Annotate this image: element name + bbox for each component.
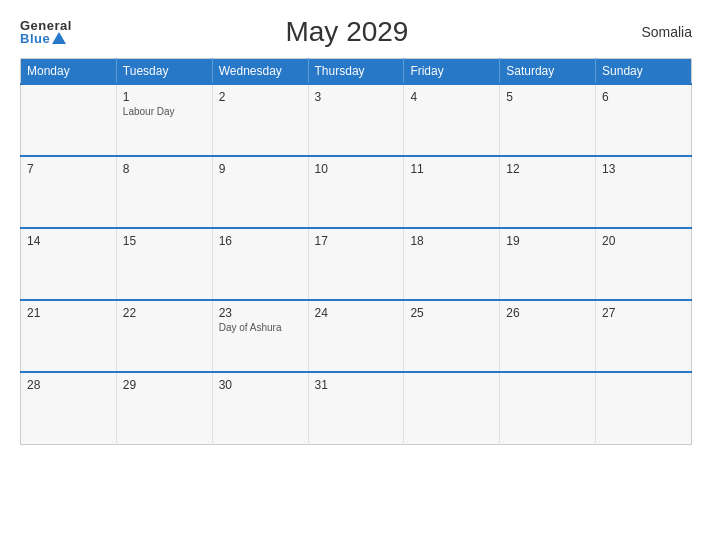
holiday-label: Labour Day <box>123 106 206 117</box>
col-thursday: Thursday <box>308 59 404 85</box>
day-number: 18 <box>410 234 493 248</box>
day-number: 29 <box>123 378 206 392</box>
country-label: Somalia <box>622 24 692 40</box>
calendar-cell: 6 <box>596 84 692 156</box>
calendar-cell: 23Day of Ashura <box>212 300 308 372</box>
holiday-label: Day of Ashura <box>219 322 302 333</box>
day-number: 26 <box>506 306 589 320</box>
calendar-cell: 1Labour Day <box>116 84 212 156</box>
logo-blue-text: Blue <box>20 32 72 45</box>
day-number: 5 <box>506 90 589 104</box>
day-number: 31 <box>315 378 398 392</box>
logo: General Blue <box>20 19 72 45</box>
day-number: 25 <box>410 306 493 320</box>
day-number: 7 <box>27 162 110 176</box>
day-number: 2 <box>219 90 302 104</box>
calendar-cell: 25 <box>404 300 500 372</box>
calendar-cell: 31 <box>308 372 404 444</box>
day-number: 21 <box>27 306 110 320</box>
calendar-cell: 15 <box>116 228 212 300</box>
calendar-cell: 26 <box>500 300 596 372</box>
calendar-table: Monday Tuesday Wednesday Thursday Friday… <box>20 58 692 445</box>
day-number: 28 <box>27 378 110 392</box>
day-number: 8 <box>123 162 206 176</box>
col-saturday: Saturday <box>500 59 596 85</box>
weekday-header-row: Monday Tuesday Wednesday Thursday Friday… <box>21 59 692 85</box>
header: General Blue May 2029 Somalia <box>20 16 692 48</box>
calendar-cell: 9 <box>212 156 308 228</box>
calendar-cell: 5 <box>500 84 596 156</box>
day-number: 24 <box>315 306 398 320</box>
calendar-title: May 2029 <box>72 16 622 48</box>
calendar-week-row: 1Labour Day23456 <box>21 84 692 156</box>
calendar-cell <box>404 372 500 444</box>
col-friday: Friday <box>404 59 500 85</box>
calendar-cell: 22 <box>116 300 212 372</box>
day-number: 3 <box>315 90 398 104</box>
col-wednesday: Wednesday <box>212 59 308 85</box>
calendar-cell: 14 <box>21 228 117 300</box>
day-number: 15 <box>123 234 206 248</box>
day-number: 10 <box>315 162 398 176</box>
day-number: 1 <box>123 90 206 104</box>
day-number: 11 <box>410 162 493 176</box>
day-number: 30 <box>219 378 302 392</box>
day-number: 23 <box>219 306 302 320</box>
calendar-cell: 11 <box>404 156 500 228</box>
calendar-cell: 30 <box>212 372 308 444</box>
day-number: 6 <box>602 90 685 104</box>
calendar-cell <box>596 372 692 444</box>
calendar-cell: 24 <box>308 300 404 372</box>
calendar-cell: 13 <box>596 156 692 228</box>
calendar-cell: 8 <box>116 156 212 228</box>
calendar-cell: 2 <box>212 84 308 156</box>
calendar-week-row: 14151617181920 <box>21 228 692 300</box>
col-monday: Monday <box>21 59 117 85</box>
calendar-cell <box>500 372 596 444</box>
logo-triangle-icon <box>52 32 66 44</box>
calendar-cell: 3 <box>308 84 404 156</box>
day-number: 9 <box>219 162 302 176</box>
calendar-cell: 4 <box>404 84 500 156</box>
day-number: 19 <box>506 234 589 248</box>
calendar-cell: 16 <box>212 228 308 300</box>
calendar-week-row: 212223Day of Ashura24252627 <box>21 300 692 372</box>
day-number: 20 <box>602 234 685 248</box>
day-number: 14 <box>27 234 110 248</box>
calendar-cell: 12 <box>500 156 596 228</box>
calendar-week-row: 28293031 <box>21 372 692 444</box>
calendar-week-row: 78910111213 <box>21 156 692 228</box>
calendar-cell: 21 <box>21 300 117 372</box>
col-tuesday: Tuesday <box>116 59 212 85</box>
calendar-cell: 18 <box>404 228 500 300</box>
col-sunday: Sunday <box>596 59 692 85</box>
calendar-cell: 28 <box>21 372 117 444</box>
calendar-cell: 7 <box>21 156 117 228</box>
day-number: 13 <box>602 162 685 176</box>
day-number: 22 <box>123 306 206 320</box>
calendar-cell: 20 <box>596 228 692 300</box>
calendar-cell <box>21 84 117 156</box>
calendar-cell: 27 <box>596 300 692 372</box>
calendar-cell: 10 <box>308 156 404 228</box>
calendar-cell: 19 <box>500 228 596 300</box>
calendar-page: General Blue May 2029 Somalia Monday Tue… <box>0 0 712 550</box>
day-number: 27 <box>602 306 685 320</box>
day-number: 12 <box>506 162 589 176</box>
day-number: 16 <box>219 234 302 248</box>
calendar-cell: 17 <box>308 228 404 300</box>
day-number: 4 <box>410 90 493 104</box>
day-number: 17 <box>315 234 398 248</box>
calendar-cell: 29 <box>116 372 212 444</box>
